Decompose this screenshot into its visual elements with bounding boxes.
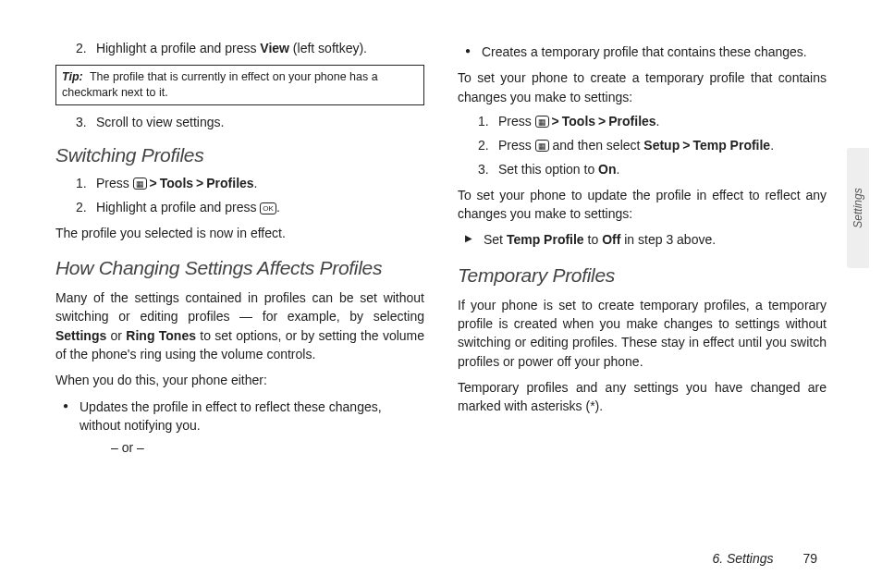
section-heading: How Changing Settings Affects Profiles xyxy=(55,257,424,279)
paragraph: Many of the settings contained in profil… xyxy=(55,288,424,363)
paragraph: To set your phone to create a temporary … xyxy=(458,68,827,106)
page-footer: 6. Settings 79 xyxy=(712,551,817,566)
side-tab: Settings xyxy=(847,148,869,268)
path-separator: > xyxy=(598,114,606,129)
side-tab-label: Settings xyxy=(851,188,864,227)
step-text: Press xyxy=(96,176,133,190)
step-text: Scroll to view settings. xyxy=(96,115,225,129)
menu-path: Tools xyxy=(160,176,193,190)
paragraph: When you do this, your phone either: xyxy=(55,371,424,389)
path-separator: > xyxy=(196,176,203,190)
list-item: 1. Press ▦>Tools>Profiles. xyxy=(76,176,424,190)
option-name: Temp Profile xyxy=(507,232,584,247)
tip-label: Tip: xyxy=(62,70,83,83)
step-text: (left softkey). xyxy=(289,41,367,55)
paragraph: The profile you selected is now in effec… xyxy=(55,224,424,242)
option-value: On xyxy=(598,162,616,177)
paragraph: To set your phone to update the profile … xyxy=(458,186,827,224)
section-heading: Switching Profiles xyxy=(55,144,424,166)
menu-path: Profiles xyxy=(206,176,253,190)
list-item: 3. Set this option to On. xyxy=(478,162,827,177)
softkey-label: View xyxy=(260,41,289,55)
menu-label: Ring Tones xyxy=(126,328,196,343)
or-separator: – or – xyxy=(111,440,424,455)
list-item: Updates the profile in effect to reflect… xyxy=(63,398,424,435)
paragraph: Temporary profiles and any settings you … xyxy=(458,378,827,416)
path-separator: > xyxy=(552,114,559,129)
list-item: 2. Highlight a profile and press View (l… xyxy=(76,41,424,55)
list-item: 2. Press ▦ and then select Setup>Temp Pr… xyxy=(478,138,827,153)
menu-key-icon: ▦ xyxy=(133,178,147,190)
menu-key-icon: ▦ xyxy=(535,140,549,152)
section-heading: Temporary Profiles xyxy=(458,264,827,287)
menu-path: Setup xyxy=(643,138,680,153)
right-column: Creates a temporary profile that contain… xyxy=(458,37,827,508)
left-column: 2. Highlight a profile and press View (l… xyxy=(55,37,424,508)
paragraph: If your phone is set to create temporary… xyxy=(458,296,827,371)
list-item: 1. Press ▦>Tools>Profiles. xyxy=(478,114,827,129)
list-item: Creates a temporary profile that contain… xyxy=(465,43,827,61)
step-text: Highlight a profile and press xyxy=(96,200,260,214)
menu-path: Temp Profile xyxy=(692,138,770,153)
page-number: 79 xyxy=(802,551,817,566)
option-value: Off xyxy=(602,232,620,247)
tip-text: The profile that is currently in effect … xyxy=(62,70,378,99)
path-separator: > xyxy=(682,138,690,153)
path-separator: > xyxy=(150,176,157,190)
list-item: 3. Scroll to view settings. xyxy=(76,115,424,129)
ok-key-icon: OK xyxy=(260,202,276,214)
list-item: 2. Highlight a profile and press OK. xyxy=(76,200,424,214)
list-item: Set Temp Profile to Off in step 3 above. xyxy=(465,230,827,249)
page-columns: 2. Highlight a profile and press View (l… xyxy=(55,37,827,508)
menu-label: Settings xyxy=(55,328,106,343)
step-text: Highlight a profile and press xyxy=(96,41,260,55)
chapter-label: 6. Settings xyxy=(712,551,773,566)
menu-path: Tools xyxy=(562,114,595,129)
menu-path: Profiles xyxy=(608,114,655,129)
menu-key-icon: ▦ xyxy=(535,116,549,128)
tip-callout: Tip: The profile that is currently in ef… xyxy=(55,65,424,105)
